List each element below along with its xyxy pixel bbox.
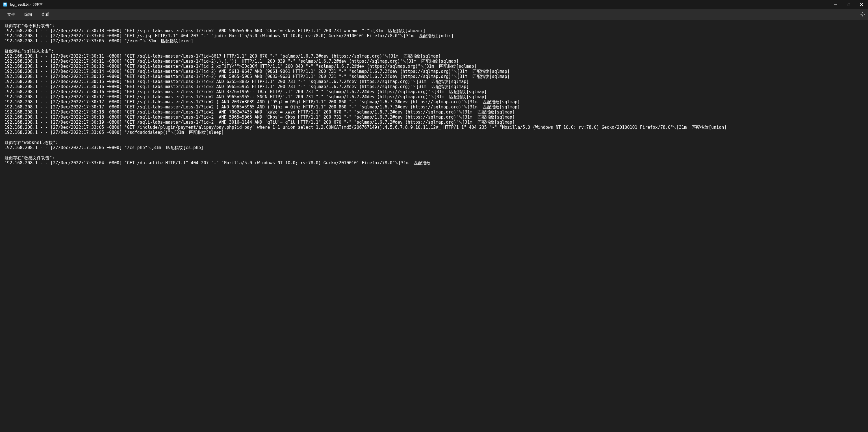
- text-content-area[interactable]: 疑似存在"命令执行攻击": 192.168.208.1 - - [27/Dec/…: [0, 20, 868, 432]
- titlebar: log_result.txt - 记事本: [0, 0, 868, 9]
- menubar: 文件 编辑 查看: [0, 9, 868, 20]
- minimize-button[interactable]: [829, 0, 842, 9]
- maximize-button[interactable]: [842, 0, 855, 9]
- menu-view[interactable]: 查看: [37, 10, 54, 19]
- svg-rect-3: [4, 5, 5, 5]
- text-content[interactable]: 疑似存在"命令执行攻击": 192.168.208.1 - - [27/Dec/…: [0, 20, 868, 168]
- svg-point-9: [862, 14, 863, 15]
- menu-edit[interactable]: 编辑: [20, 10, 37, 19]
- window-title: log_result.txt - 记事本: [10, 2, 43, 7]
- svg-rect-1: [4, 3, 6, 4]
- gear-icon[interactable]: [860, 12, 865, 18]
- svg-rect-6: [848, 3, 850, 5]
- window-controls: [829, 0, 868, 9]
- close-button[interactable]: [855, 0, 868, 9]
- menu-file[interactable]: 文件: [3, 10, 20, 19]
- notepad-icon: [3, 2, 7, 7]
- svg-rect-5: [847, 4, 849, 6]
